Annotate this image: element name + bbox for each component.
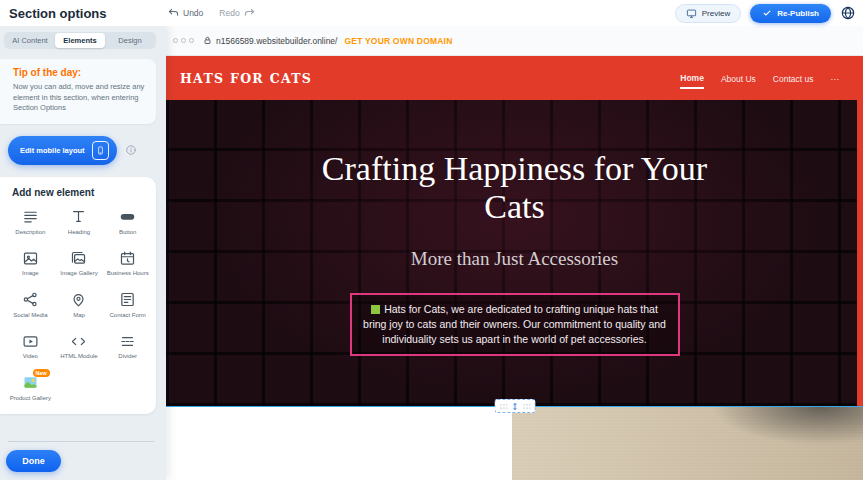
image-gallery-icon <box>70 249 87 267</box>
element-item-button[interactable]: Button <box>103 208 152 237</box>
divider-icon <box>119 332 136 350</box>
info-icon[interactable] <box>125 144 137 156</box>
button-icon <box>119 208 136 226</box>
heading-icon <box>70 208 87 226</box>
element-item-map[interactable]: Map <box>55 291 104 320</box>
product-gallery-icon: New <box>22 374 39 392</box>
next-section-blank <box>166 407 512 480</box>
topbar-actions: Preview Re-Publish <box>675 4 863 23</box>
hero-subtitle[interactable]: More than Just Accessories <box>411 248 618 270</box>
republish-label: Re-Publish <box>777 9 819 18</box>
video-icon <box>22 332 39 350</box>
tip-title: Tip of the day: <box>13 67 146 78</box>
add-element-grid: DescriptionHeadingButtonImageImage Galle… <box>6 208 152 403</box>
element-item-label: Contact Form <box>109 312 145 320</box>
site-header: HATS FOR CATS HomeAbout UsContact us⋯ <box>166 56 863 100</box>
redo-button[interactable]: Redo <box>219 7 254 20</box>
element-item-label: Button <box>119 229 136 237</box>
preview-label: Preview <box>702 9 730 18</box>
element-item-divider[interactable]: Divider <box>103 332 152 361</box>
nav-more[interactable]: ⋯ <box>831 69 840 88</box>
site-url: n1566589.websitebuilder.online/ <box>216 36 337 46</box>
element-item-label: Heading <box>68 229 90 237</box>
topbar: Section options Undo Redo Preview Re-Pub… <box>0 0 863 26</box>
get-own-domain-link[interactable]: GET YOUR OWN DOMAIN <box>344 36 452 46</box>
resize-arrows-icon <box>510 401 519 412</box>
element-item-html-module[interactable]: HTML Module <box>55 332 104 361</box>
preview-button[interactable]: Preview <box>675 4 741 23</box>
element-drag-handle[interactable] <box>371 305 380 314</box>
element-item-image-gallery[interactable]: Image Gallery <box>55 249 104 278</box>
tip-of-the-day-card: Tip of the day: Now you can add, move an… <box>0 59 156 124</box>
globe-icon <box>840 5 856 21</box>
undo-label: Undo <box>183 8 203 18</box>
republish-button[interactable]: Re-Publish <box>750 4 831 23</box>
element-item-social-media[interactable]: Social Media <box>6 291 55 320</box>
hero-paragraph-box[interactable]: Hats for Cats, we are dedicated to craft… <box>350 293 680 357</box>
hero-paragraph: Hats for Cats, we are dedicated to craft… <box>363 303 666 345</box>
element-item-label: Map <box>73 312 85 320</box>
phone-icon <box>92 141 109 160</box>
tab-ai-content[interactable]: AI Content <box>5 33 55 48</box>
history-controls: Undo Redo <box>168 7 255 20</box>
element-item-contact-form[interactable]: Contact Form <box>103 291 152 320</box>
hero-title[interactable]: Crafting Happiness for Your Cats <box>300 150 730 227</box>
element-item-product-gallery[interactable]: NewProduct Gallery <box>6 374 55 403</box>
site-preview: n1566589.websitebuilder.online/ GET YOUR… <box>166 26 863 480</box>
new-badge: New <box>33 369 50 378</box>
edit-mobile-row: Edit mobile layout <box>8 136 166 165</box>
check-icon <box>762 8 772 18</box>
add-new-element-panel: Add new element DescriptionHeadingButton… <box>0 177 156 415</box>
tab-elements[interactable]: Elements <box>55 33 105 48</box>
contact-form-icon <box>119 291 136 309</box>
redo-icon <box>244 7 255 20</box>
preview-scrollbar[interactable] <box>857 56 863 406</box>
text-lines-icon <box>22 208 39 226</box>
window-dot <box>173 38 178 43</box>
element-item-label: HTML Module <box>60 353 97 361</box>
language-globe-button[interactable] <box>840 5 856 21</box>
element-item-label: Image <box>22 270 39 278</box>
next-section <box>166 406 863 480</box>
nav-about-us[interactable]: About Us <box>721 69 756 88</box>
drag-dots-icon <box>522 403 530 410</box>
element-item-image[interactable]: Image <box>6 249 55 278</box>
edit-mobile-layout-button[interactable]: Edit mobile layout <box>8 136 117 165</box>
page-title: Section options <box>0 6 158 21</box>
next-section-image <box>512 407 863 480</box>
element-item-description[interactable]: Description <box>6 208 55 237</box>
add-panel-title: Add new element <box>12 187 152 198</box>
undo-icon <box>168 7 179 20</box>
sidebar-divider <box>8 441 154 442</box>
element-item-label: Video <box>23 353 38 361</box>
lock-icon <box>203 36 212 45</box>
element-item-video[interactable]: Video <box>6 332 55 361</box>
sidebar-spacer <box>0 414 166 441</box>
site-canvas: HATS FOR CATS HomeAbout UsContact us⋯ Cr… <box>166 56 863 480</box>
section-resize-handle[interactable] <box>494 399 535 413</box>
tip-body: Now you can add, move and resize any ele… <box>13 82 146 114</box>
element-item-label: Divider <box>118 353 137 361</box>
monitor-icon <box>686 8 697 19</box>
hero-section[interactable]: Crafting Happiness for Your Cats More th… <box>166 100 863 406</box>
browser-bar: n1566589.websitebuilder.online/ GET YOUR… <box>166 26 863 56</box>
nav-home[interactable]: Home <box>680 68 704 89</box>
window-dot <box>181 38 186 43</box>
share-icon <box>22 291 39 309</box>
map-pin-icon <box>70 291 87 309</box>
redo-label: Redo <box>219 8 239 18</box>
drag-dots-icon <box>499 403 507 410</box>
business-hours-icon <box>119 249 136 267</box>
done-button[interactable]: Done <box>6 450 61 472</box>
element-item-heading[interactable]: Heading <box>55 208 104 237</box>
window-dot <box>189 38 194 43</box>
undo-button[interactable]: Undo <box>168 7 203 20</box>
code-icon <box>70 332 87 350</box>
app: Section options Undo Redo Preview Re-Pub… <box>0 0 863 480</box>
site-logo[interactable]: HATS FOR CATS <box>180 71 312 86</box>
site-nav: HomeAbout UsContact us⋯ <box>680 68 839 89</box>
image-icon <box>22 249 39 267</box>
element-item-business-hours[interactable]: Business Hours <box>103 249 152 278</box>
nav-contact-us[interactable]: Contact us <box>773 69 814 88</box>
tab-design[interactable]: Design <box>105 33 155 48</box>
